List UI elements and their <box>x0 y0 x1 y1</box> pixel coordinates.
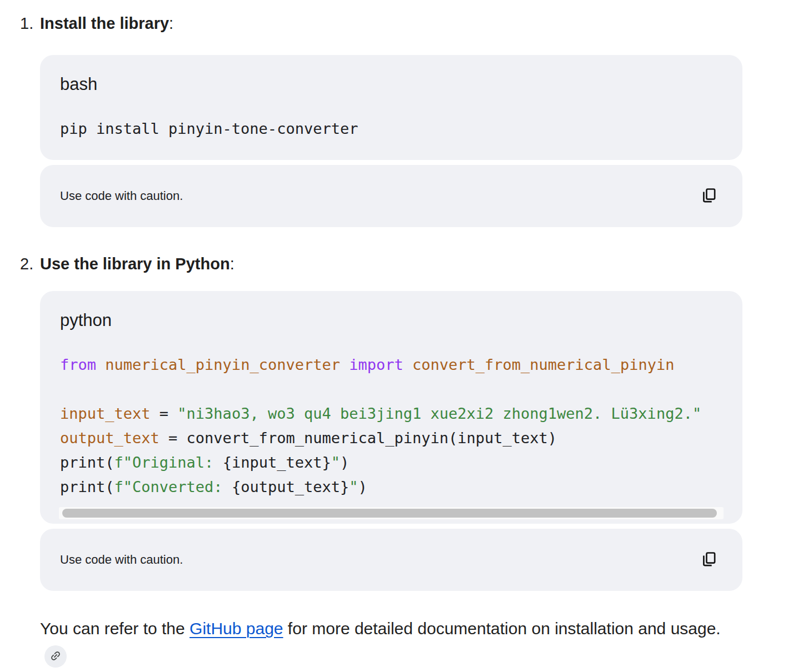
source-link-chip[interactable] <box>44 645 67 668</box>
copy-button[interactable] <box>699 185 719 207</box>
list-item-install: 1. Install the library: bash pip install… <box>20 13 808 227</box>
list-number: 2. <box>20 254 40 591</box>
step-2-heading: Use the library in Python: <box>40 254 742 274</box>
step-1-heading: Install the library: <box>40 13 742 34</box>
code-language-label: bash <box>60 73 722 96</box>
code-language-label: python <box>60 309 722 332</box>
content-copy-icon <box>700 187 718 206</box>
answer-body: 1. Install the library: bash pip install… <box>0 0 808 672</box>
content-copy-icon <box>700 550 718 570</box>
closing-text-after: for more detailed documentation on insta… <box>283 619 721 638</box>
caution-bar: Use code with caution. <box>40 529 742 591</box>
caution-text: Use code with caution. <box>60 552 183 568</box>
caution-bar: Use code with caution. <box>40 165 742 227</box>
step-1-title: Install the library <box>40 14 169 32</box>
list-number: 1. <box>20 13 40 227</box>
step-2-colon: : <box>230 255 235 273</box>
python-code-block: python from numerical_pinyin_converter i… <box>40 291 742 524</box>
caution-text: Use code with caution. <box>60 188 183 204</box>
code-content: from numerical_pinyin_converter import c… <box>60 353 722 499</box>
copy-button[interactable] <box>699 549 719 571</box>
github-link[interactable]: GitHub page <box>189 619 283 638</box>
bash-code-block: bash pip install pinyin-tone-converter <box>40 55 742 160</box>
list-item-use-library: 2. Use the library in Python: python fro… <box>20 254 808 591</box>
scrollbar-thumb[interactable] <box>62 509 717 518</box>
closing-text-before: You can refer to the <box>40 619 189 638</box>
link-icon <box>49 650 62 664</box>
code-content: pip install pinyin-tone-converter <box>60 117 722 141</box>
horizontal-scrollbar[interactable] <box>59 507 724 519</box>
step-1-colon: : <box>169 14 173 32</box>
step-2-title: Use the library in Python <box>40 255 230 273</box>
closing-paragraph: You can refer to the GitHub page for mor… <box>40 615 742 669</box>
